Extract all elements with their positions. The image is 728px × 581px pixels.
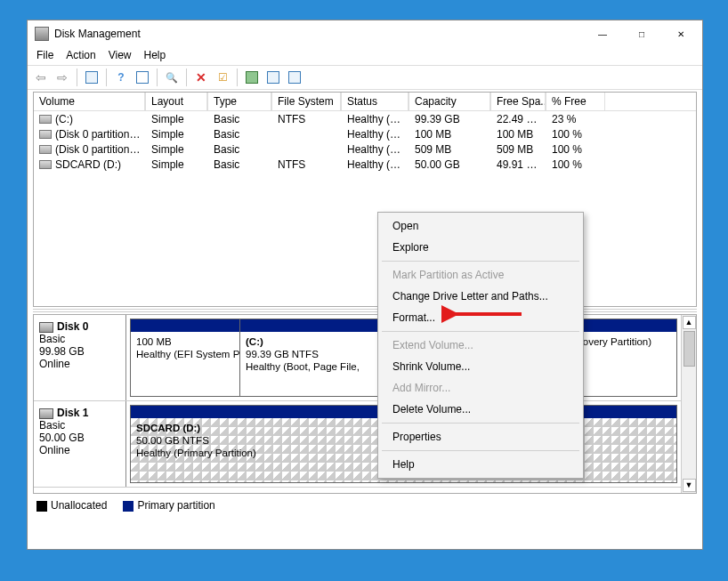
disk-graphical-view: Disk 0Basic99.98 GBOnline100 MBHealthy (… [33,314,697,494]
legend-primary: Primary partition [123,499,214,512]
volume-status: Healthy (P... [342,158,409,171]
volume-row[interactable]: SDCARD (D:)SimpleBasicNTFSHealthy (P...5… [34,157,696,172]
col-filesystem[interactable]: File System [272,93,342,110]
ctx-format[interactable]: Format... [380,307,581,328]
partition[interactable]: 100 MBHealthy (EFI System P [130,319,240,397]
window-title: Disk Management [54,28,583,40]
menu-action[interactable]: Action [66,49,95,61]
menu-view[interactable]: View [109,49,132,61]
volume-layout: Simple [146,143,208,156]
forward-button[interactable]: ⇨ [53,68,72,87]
context-menu: Open Explore Mark Partition as Active Ch… [377,212,584,479]
volume-status: Healthy (R... [342,143,409,156]
disk-view-scrollbar[interactable]: ▲ ▼ [681,315,696,493]
volume-freespace: 22.49 GB [491,113,546,125]
partition[interactable]: covery Partition) [572,319,677,397]
disk-management-window: Disk Management — □ ✕ File Action View H… [27,20,703,550]
volume-list-header: Volume Layout Type File System Status Ca… [34,93,696,111]
menu-help[interactable]: Help [144,49,166,61]
legend: Unallocated Primary partition [33,494,697,513]
app-icon [35,27,49,41]
col-freespace[interactable]: Free Spa... [491,93,546,110]
ctx-help[interactable]: Help [380,454,581,475]
ctx-change-drive-letter[interactable]: Change Drive Letter and Paths... [380,286,581,307]
volume-freespace: 49.91 GB [491,158,546,171]
volume-pctfree: 100 % [546,128,605,141]
scroll-thumb[interactable] [684,331,695,367]
action-button-1[interactable] [242,68,262,87]
ctx-explore[interactable]: Explore [380,237,581,258]
volume-filesystem: NTFS [272,113,342,125]
toolbar: ⇦ ⇨ ? 🔍 ✕ ☑ [28,65,702,90]
rescan-disks-button[interactable]: 🔍 [162,68,182,87]
volume-filesystem: NTFS [272,158,342,171]
volume-pctfree: 100 % [546,143,605,156]
volume-name: SDCARD (D:) [34,158,146,171]
disk-icon [39,408,53,419]
volume-name: (Disk 0 partition 1) [34,128,146,141]
menubar: File Action View Help [28,47,702,65]
col-pctfree[interactable]: % Free [546,93,605,110]
volume-row[interactable]: (Disk 0 partition 4)SimpleBasicHealthy (… [34,141,696,157]
action-button-3[interactable] [285,68,304,87]
ctx-delete-volume[interactable]: Delete Volume... [380,399,581,420]
volume-capacity: 509 MB [409,143,491,156]
volume-row[interactable]: (C:)SimpleBasicNTFSHealthy (B...99.39 GB… [34,111,696,126]
titlebar[interactable]: Disk Management — □ ✕ [28,20,702,47]
ctx-properties[interactable]: Properties [380,426,581,448]
col-capacity[interactable]: Capacity [409,93,491,110]
disk-icon [39,115,52,124]
volume-layout: Simple [146,128,208,141]
properties-button[interactable]: ☑ [213,68,232,87]
volume-layout: Simple [146,113,208,125]
scroll-up-button[interactable]: ▲ [683,316,696,329]
volume-status: Healthy (E... [342,128,409,141]
col-status[interactable]: Status [342,93,409,110]
volume-freespace: 100 MB [491,128,546,141]
volume-type: Basic [208,128,272,141]
disk-info[interactable]: Disk 1Basic50.00 GBOnline [34,401,126,487]
volume-name: (C:) [34,113,146,125]
disk-icon [39,160,52,169]
ctx-shrink-volume[interactable]: Shrink Volume... [380,356,581,377]
ctx-open[interactable]: Open [380,215,581,237]
refresh-button[interactable] [133,68,152,87]
col-type[interactable]: Type [208,93,272,110]
volume-status: Healthy (B... [342,113,409,125]
volume-type: Basic [208,113,272,125]
ctx-mark-active: Mark Partition as Active [380,264,581,286]
volume-capacity: 99.39 GB [409,113,491,125]
col-layout[interactable]: Layout [146,93,208,110]
volume-type: Basic [208,143,272,156]
volume-name: (Disk 0 partition 4) [34,143,146,156]
volume-capacity: 100 MB [409,128,491,141]
minimize-button[interactable]: — [583,21,622,46]
legend-unallocated: Unallocated [36,499,107,512]
show-hide-tree-button[interactable] [82,68,101,87]
disk-icon [39,322,53,333]
volume-capacity: 50.00 GB [409,158,491,171]
volume-list-body[interactable]: (C:)SimpleBasicNTFSHealthy (B...99.39 GB… [34,111,696,306]
volume-type: Basic [208,158,272,171]
disk-icon [39,145,52,154]
volume-pctfree: 23 % [546,113,605,125]
ctx-extend-volume: Extend Volume... [380,335,581,356]
help-button[interactable]: ? [111,68,131,87]
menu-file[interactable]: File [36,49,53,61]
disk-icon [39,130,52,139]
back-button[interactable]: ⇦ [31,68,51,87]
volume-layout: Simple [146,158,208,171]
main-content: Volume Layout Type File System Status Ca… [28,90,702,549]
scroll-down-button[interactable]: ▼ [683,479,696,492]
volume-list: Volume Layout Type File System Status Ca… [33,92,697,307]
disk-info[interactable]: Disk 0Basic99.98 GBOnline [34,315,126,400]
maximize-button[interactable]: □ [622,21,661,46]
close-button[interactable]: ✕ [661,21,700,46]
action-button-2[interactable] [263,68,283,87]
pane-splitter[interactable] [33,309,697,312]
col-volume[interactable]: Volume [34,93,146,110]
delete-button[interactable]: ✕ [191,68,211,87]
volume-pctfree: 100 % [546,158,605,171]
volume-freespace: 509 MB [491,143,546,156]
volume-row[interactable]: (Disk 0 partition 1)SimpleBasicHealthy (… [34,126,696,141]
